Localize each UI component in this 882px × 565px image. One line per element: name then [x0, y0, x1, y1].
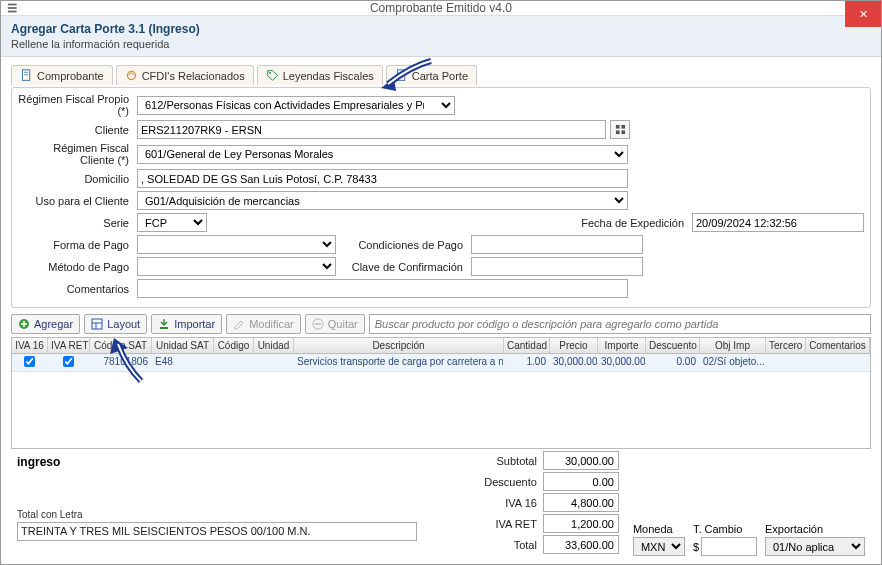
condiciones-input[interactable] — [471, 235, 643, 254]
label-condiciones: Condiciones de Pago — [349, 239, 467, 251]
ingreso-label: ingreso — [17, 455, 470, 469]
page-subtitle: Rellene la información requerida — [11, 38, 871, 50]
btn-label: Quitar — [328, 318, 358, 330]
currency-symbol: $ — [693, 541, 699, 553]
items-grid: IVA 16 IVA RET Código SAT Unidad SAT Cód… — [11, 337, 871, 449]
btn-label: Importar — [174, 318, 215, 330]
domicilio-input[interactable] — [137, 169, 628, 188]
document-icon — [395, 69, 408, 82]
descuento-label: Descuento — [484, 476, 537, 488]
total-value — [543, 535, 619, 554]
ivaret-value — [543, 514, 619, 533]
btn-label: Layout — [107, 318, 140, 330]
layout-button[interactable]: Layout — [84, 314, 147, 334]
cell: 30,000.00 — [550, 354, 598, 371]
quitar-button[interactable]: Quitar — [305, 314, 365, 334]
comentarios-input[interactable] — [137, 279, 628, 298]
close-button[interactable]: ✕ — [845, 1, 881, 27]
regimen-cliente-select[interactable]: 601/General de Ley Personas Morales — [137, 145, 628, 164]
importar-button[interactable]: Importar — [151, 314, 222, 334]
cliente-lookup-button[interactable] — [610, 120, 630, 139]
label-metodo: Método de Pago — [18, 261, 133, 273]
tab-comprobante[interactable]: Comprobante — [11, 65, 113, 85]
col-header[interactable]: Código SAT — [90, 338, 152, 353]
tcambio-label: T. Cambio — [693, 523, 757, 535]
regimen-propio-select[interactable]: 612/Personas Físicas con Actividades Emp… — [137, 96, 455, 115]
cliente-input[interactable] — [137, 120, 606, 139]
col-header[interactable]: IVA 16 — [12, 338, 48, 353]
label-regimen-propio: Régimen Fiscal Propio (*) — [18, 93, 133, 117]
cell: 1.00 — [504, 354, 550, 371]
cell — [806, 354, 870, 371]
label-cliente: Cliente — [18, 124, 133, 136]
tab-leyendas[interactable]: Leyendas Fiscales — [257, 65, 383, 85]
iva16-checkbox[interactable] — [24, 356, 35, 367]
label-uso: Uso para el Cliente — [18, 195, 133, 207]
grid-body: 78101806 E48 Servicios transporte de car… — [12, 354, 870, 448]
fecha-input[interactable] — [692, 213, 864, 232]
forma-pago-select[interactable] — [137, 235, 336, 254]
col-header[interactable]: IVA RET — [48, 338, 90, 353]
tab-bar: Comprobante CFDI's Relacionados Leyendas… — [11, 65, 871, 85]
svg-rect-11 — [615, 125, 619, 129]
titlebar: Comprobante Emitido v4.0 ✕ — [1, 1, 881, 16]
remove-icon — [312, 318, 324, 330]
svg-rect-0 — [8, 4, 17, 6]
col-header[interactable]: Descuento — [646, 338, 700, 353]
col-header[interactable]: Cantidad — [504, 338, 550, 353]
tcambio-input[interactable] — [701, 537, 757, 556]
header-strip: Agregar Carta Porte 3.1 (Ingreso) Rellen… — [1, 16, 881, 57]
col-header[interactable]: Obj Imp — [700, 338, 766, 353]
moneda-label: Moneda — [633, 523, 685, 535]
page-title: Agregar Carta Porte 3.1 (Ingreso) — [11, 22, 871, 36]
exportacion-label: Exportación — [765, 523, 865, 535]
col-header[interactable]: Importe — [598, 338, 646, 353]
svg-rect-12 — [621, 125, 625, 129]
cell — [254, 354, 294, 371]
col-header[interactable]: Comentarios — [806, 338, 870, 353]
clave-conf-input[interactable] — [471, 257, 643, 276]
agregar-button[interactable]: Agregar — [11, 314, 80, 334]
ivaret-checkbox[interactable] — [63, 356, 74, 367]
grid-header: IVA 16 IVA RET Código SAT Unidad SAT Cód… — [12, 338, 870, 354]
modificar-button[interactable]: Modificar — [226, 314, 301, 334]
label-comentarios: Comentarios — [18, 283, 133, 295]
svg-rect-14 — [621, 130, 625, 134]
uso-cliente-select[interactable]: G01/Adquisición de mercancias — [137, 191, 628, 210]
col-header[interactable]: Unidad SAT — [152, 338, 214, 353]
edit-icon — [233, 318, 245, 330]
cell: 0.00 — [646, 354, 700, 371]
tab-carta-porte[interactable]: Carta Porte — [386, 65, 477, 85]
svg-rect-1 — [8, 7, 17, 9]
col-header[interactable]: Tercero — [766, 338, 806, 353]
tab-cfdi[interactable]: CFDI's Relacionados — [116, 65, 254, 85]
app-icon — [7, 1, 21, 15]
btn-label: Agregar — [34, 318, 73, 330]
moneda-select[interactable]: MXN — [633, 537, 685, 556]
plus-icon — [18, 318, 30, 330]
tag-icon — [266, 69, 279, 82]
label-clave-conf: Clave de Confirmación — [349, 261, 467, 273]
cell: 02/Sí objeto... — [700, 354, 766, 371]
col-header[interactable]: Descripción — [294, 338, 504, 353]
exportacion-select[interactable]: 01/No aplica — [765, 537, 865, 556]
total-label: Total — [514, 539, 537, 551]
col-header[interactable]: Unidad — [254, 338, 294, 353]
iva16-value — [543, 493, 619, 512]
product-search-input[interactable] — [369, 314, 871, 334]
metodo-pago-select[interactable] — [137, 257, 336, 276]
col-header[interactable]: Código — [214, 338, 254, 353]
svg-rect-19 — [160, 327, 168, 329]
cell: Servicios transporte de carga por carret… — [294, 354, 504, 371]
col-header[interactable]: Precio — [550, 338, 598, 353]
svg-rect-16 — [92, 319, 102, 329]
label-fecha: Fecha de Expedición — [570, 217, 688, 229]
subtotal-value — [543, 451, 619, 470]
cell — [214, 354, 254, 371]
label-serie: Serie — [18, 217, 133, 229]
tab-label: Comprobante — [37, 70, 104, 82]
import-icon — [158, 318, 170, 330]
table-row[interactable]: 78101806 E48 Servicios transporte de car… — [12, 354, 870, 372]
serie-select[interactable]: FCP — [137, 213, 207, 232]
cell: 78101806 — [90, 354, 152, 371]
